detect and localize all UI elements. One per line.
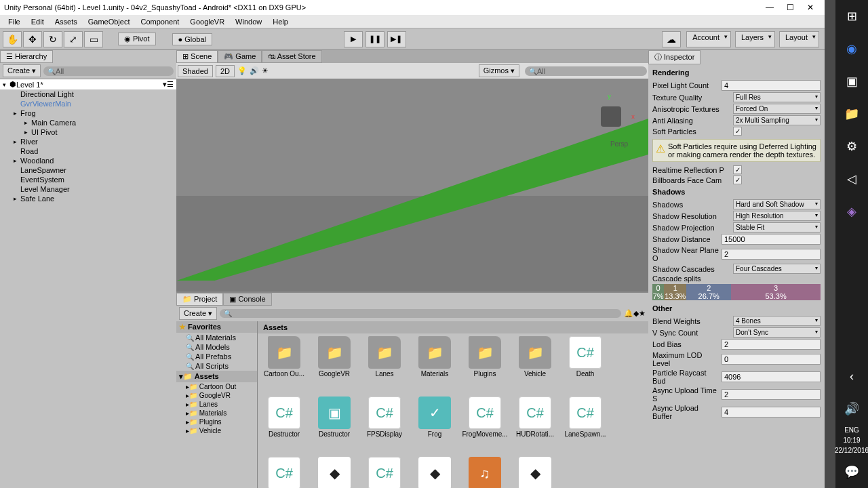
move-tool[interactable]: ✥ [23,31,42,47]
cascade-bar[interactable]: 07%113.3%226.7%353.3% [652,284,821,300]
gizmos-dropdown[interactable]: Gizmos ▾ [479,64,519,77]
pause-button[interactable]: ❚❚ [366,31,384,47]
menu-edit[interactable]: Edit [26,16,50,27]
asset-item[interactable]: 📁Vehicle [511,336,559,394]
tab-project[interactable]: 📁 Project [176,293,223,306]
asset-item[interactable]: ◆Main [411,457,458,488]
shadow-near-field[interactable] [722,249,821,260]
blend-weights-select[interactable]: 4 Bones [733,316,821,326]
scale-tool[interactable]: ⤢ [64,31,83,47]
fav-scripts[interactable]: 🔍All Scripts [176,361,257,371]
assets-section[interactable]: ▾📁 Assets [176,371,257,382]
hierarchy-item[interactable]: ▸Safe Lane [0,194,176,203]
cascade-segment[interactable]: 113.3% [664,284,686,300]
breadcrumb[interactable]: Assets [258,321,648,333]
tree-folder[interactable]: ▸📁 Vehicle [176,426,257,435]
async-time-field[interactable] [722,389,821,400]
hierarchy-item[interactable]: ▸Woodland [0,156,176,165]
menu-assets[interactable]: Assets [50,16,83,27]
fav-prefabs[interactable]: 🔍All Prefabs [176,352,257,361]
play-button[interactable]: ▶ [344,31,363,47]
light-icon[interactable]: 💡 [237,66,247,75]
hierarchy-search[interactable]: 🔍All [43,66,174,76]
rect-tool[interactable]: ▭ [84,31,103,47]
hierarchy-create[interactable]: Create ▾ [3,64,41,77]
hierarchy-item[interactable]: ▸Frog [0,108,176,118]
menu-gameobject[interactable]: GameObject [83,16,136,27]
project-create[interactable]: Create ▾ [179,307,217,320]
minimize-button[interactable]: — [760,3,780,12]
hierarchy-item[interactable]: LaneSpawner [0,165,176,175]
shadow-res-select[interactable]: High Resolution [733,211,821,221]
expand-arrow-icon[interactable]: ▸ [14,157,20,164]
hierarchy-item[interactable]: ▸Main Camera [0,118,176,127]
menu-file[interactable]: File [3,16,26,27]
vs-icon[interactable]: ◈ [841,201,863,222]
billboards-check[interactable]: ✓ [733,176,742,184]
texture-quality-select[interactable]: Full Res [733,92,821,102]
favorites-section[interactable]: ★ Favorites [176,321,257,333]
settings-icon[interactable]: ⚙ [841,136,863,157]
asset-item[interactable]: 📁Lanes [361,336,408,394]
persp-label[interactable]: Persp [610,140,628,148]
hierarchy-item[interactable]: EventSystem [0,175,176,184]
notifications-icon[interactable]: 💬 [841,461,863,483]
cascade-segment[interactable]: 07% [652,284,664,300]
unity-icon[interactable]: ◁ [841,168,863,190]
audio-icon[interactable]: 🔊 [250,66,259,75]
soft-particles-check[interactable]: ✓ [733,127,742,136]
tab-assetstore[interactable]: 🛍 Asset Store [262,50,321,63]
clock-date[interactable]: 22/12/2016 [835,447,868,454]
tree-folder[interactable]: ▸📁 GoogleVR [176,391,257,400]
expand-arrow-icon[interactable]: ▸ [14,138,20,145]
volume-icon[interactable]: 🔊 [841,398,863,420]
project-search[interactable]: 🔍 [220,309,621,318]
asset-item[interactable]: ▣Destructor [311,396,358,454]
asset-item[interactable]: ♫music_harp... [461,457,509,488]
asset-item[interactable]: 📁GoogleVR [311,336,358,394]
maximize-button[interactable]: ☐ [780,3,800,12]
asset-item[interactable]: C#LevelMana... [361,457,408,488]
hand-tool[interactable]: ✋ [3,31,22,47]
tab-console[interactable]: ▣ Console [223,293,271,306]
lang-indicator[interactable]: ENG [844,426,859,434]
expand-arrow-icon[interactable]: ▾ [3,81,9,88]
start-icon[interactable]: ⊞ [841,5,863,27]
chrome-icon[interactable]: ◉ [841,38,863,60]
menu-window[interactable]: Window [230,16,267,27]
shadow-proj-select[interactable]: Stable Fit [733,222,821,232]
tab-game[interactable]: 🎮 Game [218,50,262,63]
hierarchy-item[interactable]: Directional Light [0,89,176,99]
shaded-dropdown[interactable]: Shaded [178,65,213,77]
tree-folder[interactable]: ▸📁 Materials [176,409,257,418]
asset-item[interactable]: C#Death [561,336,609,394]
cascade-segment[interactable]: 353.3% [731,284,821,300]
hierarchy-root[interactable]: ▾ ⬢ Level 1* ▾☰ [0,79,176,89]
filter-icon[interactable]: 🔔 [624,309,633,318]
expand-arrow-icon[interactable]: ▸ [14,110,20,117]
scene-view[interactable]: y x Persp [176,79,648,291]
menu-googlevr[interactable]: GoogleVR [184,16,230,27]
inspector-tab[interactable]: ⓘ Inspector [648,50,701,64]
hierarchy-item[interactable]: Road [0,146,176,156]
vsync-select[interactable]: Don't Sync [733,327,821,338]
raycast-field[interactable] [722,371,821,382]
scene-search[interactable]: 🔍All [525,66,647,76]
asset-item[interactable]: 📁Plugins [461,336,509,394]
hierarchy-item[interactable]: Level Manager [0,184,176,194]
menu-help[interactable]: Help [267,16,294,27]
expand-arrow-icon[interactable]: ▸ [24,119,31,126]
shadows-select[interactable]: Hard and Soft Shadow [733,199,821,209]
tree-folder[interactable]: ▸📁 Cartoon Out [176,382,257,391]
fx-icon[interactable]: ☀ [262,66,269,75]
shadow-dist-field[interactable] [722,234,821,245]
asset-item[interactable]: ◆Level 1 [311,457,358,488]
asset-item[interactable]: ◆New Scene [511,457,559,488]
asset-item[interactable]: C#HUDRotati... [511,396,559,454]
tree-folder[interactable]: ▸📁 Plugins [176,418,257,426]
app-icon-1[interactable]: ▣ [841,70,863,92]
scene-gizmo[interactable]: y x [587,93,635,140]
collab-button[interactable]: ☁ [662,31,681,47]
global-toggle[interactable]: ● Global [172,33,213,45]
layout-dropdown[interactable]: Layout [779,31,819,47]
